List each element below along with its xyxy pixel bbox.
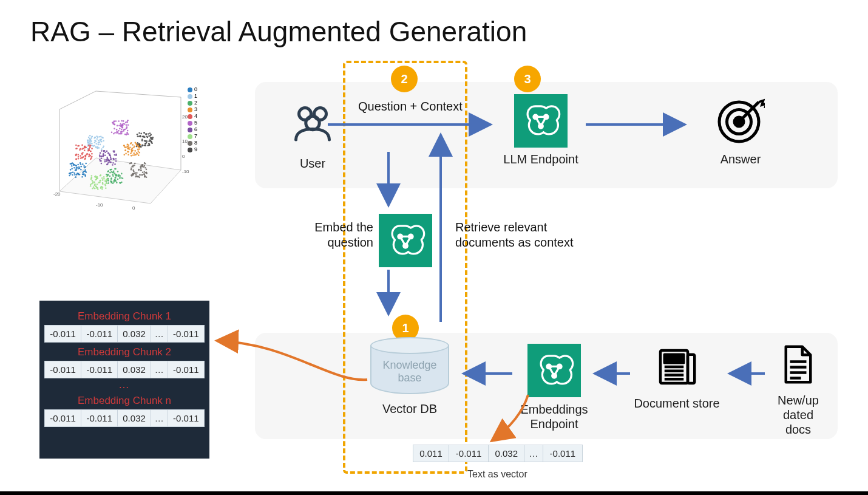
svg-point-79 xyxy=(82,172,84,174)
svg-point-95 xyxy=(84,170,86,172)
svg-rect-33 xyxy=(665,355,684,363)
svg-point-249 xyxy=(134,145,135,147)
svg-point-568 xyxy=(140,169,142,171)
step-badge-2: 2 xyxy=(391,66,418,92)
users-icon xyxy=(288,138,337,151)
svg-point-297 xyxy=(89,146,91,148)
document-store-node: Document store xyxy=(631,345,722,411)
svg-point-284 xyxy=(134,150,136,152)
svg-point-202 xyxy=(119,175,121,177)
svg-point-339 xyxy=(91,148,93,149)
svg-point-333 xyxy=(90,159,92,160)
svg-point-257 xyxy=(123,145,125,147)
svg-point-603 xyxy=(136,146,138,148)
embed-question-label: Embed thequestion xyxy=(307,220,373,250)
text-as-vector-table: 0.011-0.0110.032…-0.011 xyxy=(413,445,583,462)
svg-point-542 xyxy=(140,174,142,176)
svg-point-361 xyxy=(123,120,124,122)
svg-point-433 xyxy=(100,152,101,154)
svg-point-101 xyxy=(80,166,82,168)
svg-point-188 xyxy=(110,180,112,182)
svg-point-390 xyxy=(126,124,127,126)
svg-point-565 xyxy=(144,175,146,177)
svg-point-448 xyxy=(99,154,101,156)
svg-point-217 xyxy=(110,171,112,173)
svg-point-91 xyxy=(70,163,72,165)
svg-point-158 xyxy=(94,140,96,142)
svg-point-220 xyxy=(112,174,114,176)
svg-line-27 xyxy=(549,366,554,375)
svg-point-229 xyxy=(125,153,127,155)
svg-point-340 xyxy=(81,145,83,146)
svg-point-463 xyxy=(106,160,107,162)
svg-line-28 xyxy=(554,366,560,375)
svg-point-436 xyxy=(106,151,108,152)
svg-point-434 xyxy=(104,154,106,156)
embeddings-endpoint-node: EmbeddingsEndpoint xyxy=(515,344,594,431)
svg-point-504 xyxy=(92,188,93,189)
svg-point-107 xyxy=(71,168,73,170)
svg-point-386 xyxy=(124,129,126,131)
svg-point-422 xyxy=(101,158,103,160)
scatter-legend: 0123456789 xyxy=(188,86,197,153)
svg-point-551 xyxy=(131,169,132,171)
svg-point-52 xyxy=(70,169,72,171)
svg-point-444 xyxy=(101,163,103,165)
svg-point-162 xyxy=(92,145,93,146)
svg-point-633 xyxy=(141,140,143,142)
svg-point-570 xyxy=(134,165,135,166)
svg-point-645 xyxy=(147,133,149,135)
svg-point-210 xyxy=(116,182,118,183)
svg-point-286 xyxy=(130,152,132,154)
svg-point-508 xyxy=(102,179,104,181)
svg-point-176 xyxy=(117,171,119,172)
brain-chip-icon xyxy=(527,344,581,397)
new-docs-node: New/updateddocs xyxy=(765,344,832,437)
svg-point-426 xyxy=(101,150,103,152)
svg-point-123 xyxy=(97,138,98,140)
svg-point-526 xyxy=(105,185,107,186)
embedding-chunks-panel: Embedding Chunk 1 -0.011-0.0110.032…-0.0… xyxy=(39,301,209,459)
svg-point-643 xyxy=(149,143,151,145)
svg-point-103 xyxy=(69,175,70,177)
svg-point-166 xyxy=(90,140,92,142)
svg-point-606 xyxy=(150,134,152,136)
svg-point-520 xyxy=(101,188,103,190)
svg-point-412 xyxy=(107,162,109,164)
svg-point-255 xyxy=(125,147,127,149)
svg-point-189 xyxy=(115,177,117,179)
svg-point-348 xyxy=(75,148,77,149)
chunk-header-n: Embedding Chunk n xyxy=(44,395,205,407)
svg-point-102 xyxy=(80,162,81,164)
svg-point-638 xyxy=(140,135,141,137)
llm-label: LLM Endpoint xyxy=(501,152,580,166)
svg-point-136 xyxy=(87,139,89,141)
svg-point-345 xyxy=(81,148,83,150)
svg-point-507 xyxy=(93,186,95,188)
svg-point-327 xyxy=(81,154,83,155)
svg-point-460 xyxy=(104,159,106,161)
new-docs-label: New/updateddocs xyxy=(765,393,832,437)
svg-point-163 xyxy=(94,142,96,144)
svg-point-406 xyxy=(126,132,128,134)
svg-point-219 xyxy=(114,180,115,182)
svg-point-93 xyxy=(73,167,75,169)
svg-point-86 xyxy=(83,173,85,175)
svg-point-225 xyxy=(114,168,116,170)
svg-point-454 xyxy=(113,159,115,160)
svg-point-572 xyxy=(144,165,146,167)
svg-point-97 xyxy=(75,169,77,171)
svg-point-503 xyxy=(93,182,95,183)
svg-text:-10: -10 xyxy=(182,169,189,174)
svg-point-387 xyxy=(112,121,114,123)
svg-point-73 xyxy=(79,168,81,169)
svg-point-151 xyxy=(100,144,101,146)
svg-point-212 xyxy=(122,177,124,179)
svg-point-456 xyxy=(106,159,108,160)
svg-point-132 xyxy=(98,147,100,149)
svg-point-647 xyxy=(144,143,146,145)
svg-point-233 xyxy=(137,151,139,152)
svg-point-218 xyxy=(115,175,117,177)
svg-point-642 xyxy=(148,140,150,142)
svg-rect-32 xyxy=(688,355,694,383)
